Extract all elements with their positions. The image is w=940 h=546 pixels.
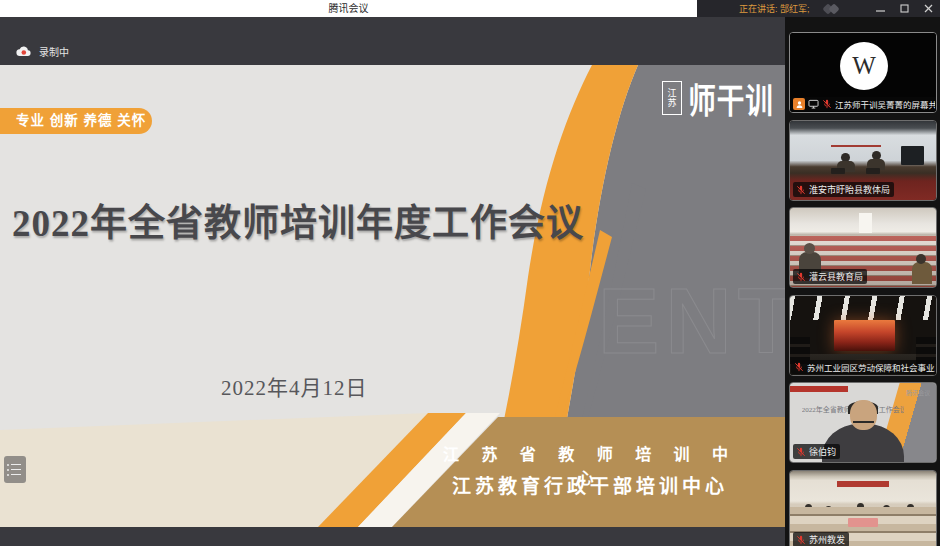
- video-thumbnail[interactable]: 灌云县教育局: [789, 207, 937, 288]
- list-handle-icon: [7, 464, 26, 466]
- slide-motto-badge: 专业 创新 养德 关怀: [0, 108, 152, 134]
- mic-muted-icon: [795, 184, 807, 196]
- org-line-2: 江苏教育行政干部培训中心: [430, 471, 750, 498]
- participant-name: 徐伯钧: [809, 445, 836, 458]
- participant-label-bar: 灌云县教育局: [793, 269, 867, 284]
- window-controls: [868, 0, 940, 17]
- mic-muted-icon: [795, 446, 807, 458]
- logo-region-box: 江苏: [662, 81, 682, 115]
- cloud-recording-icon: [16, 46, 32, 57]
- participant-name: 苏州教发: [809, 533, 845, 546]
- maximize-icon: [900, 4, 909, 13]
- recording-label: 录制中: [39, 44, 69, 59]
- close-icon: [924, 4, 933, 13]
- participant-video-sidebar: W 江苏师干训吴菁菁的屏幕共享: [785, 17, 940, 546]
- speaking-status-text: 正在讲话: 郜红军;: [697, 2, 810, 15]
- minimize-button[interactable]: [868, 0, 892, 17]
- logo-name-text: 师干训: [688, 73, 774, 123]
- tencent-meeting-logo-icon: [822, 3, 842, 15]
- mic-muted-icon: [795, 271, 807, 283]
- participant-name: 淮安市盱眙县教体局: [809, 183, 890, 196]
- video-watermark: 腾讯会议: [906, 388, 930, 397]
- participant-label-bar: 苏州工业园区劳动保障和社会事业局: [791, 360, 937, 374]
- shiganxun-logo: 江苏 师干训: [662, 77, 776, 119]
- tencent-meeting-window: 腾讯会议 正在讲话: 郜红军; 录制中: [0, 0, 940, 546]
- mic-muted-icon: [821, 98, 833, 110]
- video-thumbnail[interactable]: 苏州教发: [789, 470, 937, 546]
- maximize-button[interactable]: [892, 0, 916, 17]
- video-thumbnail[interactable]: 2022年全省教师培训年度工作会议 腾讯会议 徐伯钧: [789, 382, 937, 463]
- video-thumbnail-screen-share[interactable]: W 江苏师干训吴菁菁的屏幕共享: [789, 32, 937, 113]
- participant-label-bar: 淮安市盱眙县教体局: [793, 182, 894, 197]
- participant-label-bar: 徐伯钧: [793, 444, 840, 459]
- participant-name: 江苏师干训吴菁菁的屏幕共享: [835, 98, 935, 110]
- video-thumbnail[interactable]: 苏州工业园区劳动保障和社会事业局: [789, 295, 937, 376]
- minimize-icon: [876, 4, 885, 13]
- participant-label-bar: 苏州教发: [793, 532, 849, 546]
- presenter-person-icon: [793, 98, 805, 110]
- document-avatar: W: [840, 42, 888, 90]
- participant-name: 灌云县教育局: [809, 270, 863, 283]
- slide-date: 2022年4月12日: [221, 371, 368, 401]
- slide-title: 2022年全省教师培训年度工作会议: [12, 193, 732, 247]
- video-thumbnail[interactable]: 淮安市盱眙县教体局: [789, 120, 937, 201]
- app-title: 腾讯会议: [0, 0, 697, 17]
- side-toolbar-handle[interactable]: [4, 456, 26, 483]
- screen-share-icon: [807, 98, 819, 110]
- speaking-status-panel: 正在讲话: 郜红军;: [697, 0, 940, 17]
- close-button[interactable]: [916, 0, 940, 17]
- window-titlebar: 腾讯会议 正在讲话: 郜红军;: [0, 0, 940, 17]
- mic-muted-icon: [795, 534, 807, 546]
- mic-muted-icon: [793, 361, 805, 373]
- shared-screen-slide: ENT 专业 创新 养德 关怀 江苏 师干训 2022年全省教师培训年度工作会议…: [0, 65, 785, 527]
- slide-watermark: ENT: [598, 270, 785, 372]
- participant-name: 苏州工业园区劳动保障和社会事业局: [807, 361, 935, 373]
- recording-indicator: 录制中: [16, 44, 69, 59]
- participant-label-bar: 江苏师干训吴菁菁的屏幕共享: [791, 97, 937, 111]
